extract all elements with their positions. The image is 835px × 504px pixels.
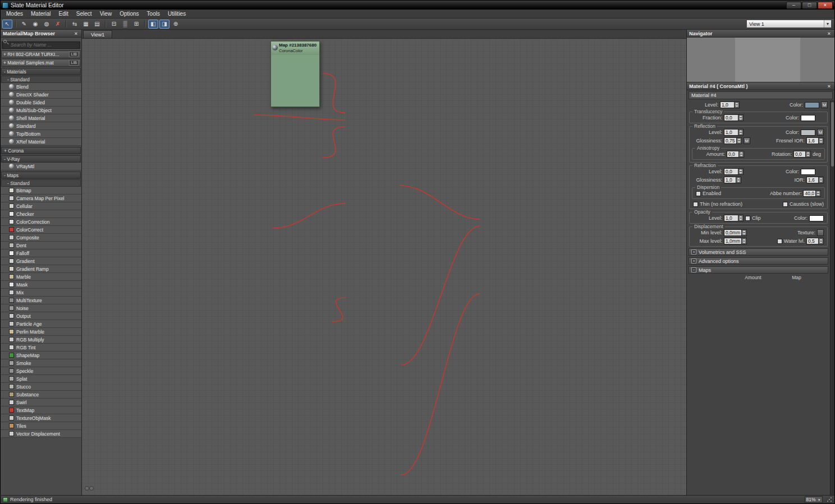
browser-item-dent[interactable]: Dent xyxy=(1,242,81,249)
parameter-scrollbar[interactable] xyxy=(830,100,834,495)
browser-item-colorcorrection[interactable]: ColorCorrection xyxy=(1,218,81,226)
thin-refraction-checkbox[interactable] xyxy=(693,202,698,207)
refraction-ior-spinner[interactable]: 1,6 xyxy=(806,177,824,183)
opacity-level-spinner[interactable]: 1,0 xyxy=(724,215,744,221)
assign-material-to-selection[interactable]: ◍ xyxy=(42,20,52,29)
browser-item-swirl[interactable]: Swirl xyxy=(1,399,81,406)
browser-group--corona[interactable]: + Corona xyxy=(1,147,81,154)
menu-utilities[interactable]: Utilities xyxy=(164,10,190,18)
reflection-level-spinner[interactable]: 1,0 xyxy=(724,129,744,136)
node-header[interactable]: Map #2138387680CoronaColor xyxy=(271,41,319,55)
browser-group--materials[interactable]: - Materials xyxy=(1,68,81,75)
reflection-glossiness-spinner[interactable]: 0,75 xyxy=(724,137,742,144)
canvas-pan-icon[interactable] xyxy=(85,486,95,492)
diffuse-color-swatch[interactable] xyxy=(805,102,819,108)
browser-item-speckle[interactable]: Speckle xyxy=(1,367,81,375)
browser-item-smoke[interactable]: Smoke xyxy=(1,359,81,367)
displacement-max-spinner[interactable]: 1,0mm xyxy=(724,238,747,244)
displacement-texture-button[interactable] xyxy=(817,229,824,236)
material-map-browser-toggle[interactable]: ◧ xyxy=(148,20,158,29)
browser-item-multi-sub-object[interactable]: Multi/Sub-Object xyxy=(1,107,81,114)
browser-item-checker[interactable]: Checker xyxy=(1,210,81,218)
view-selector-dropdown[interactable]: View 1 ▼ xyxy=(746,20,832,28)
browser-item-camera-map-per-pixel[interactable]: Camera Map Per Pixel xyxy=(1,195,81,202)
rollout-volumetrics-sss[interactable]: +Volumetrics and SSS xyxy=(689,248,828,256)
browser-item-multitexture[interactable]: MultiTexture xyxy=(1,297,81,304)
browser-item-directx-shader[interactable]: DirectX Shader xyxy=(1,91,81,99)
browser-item-top-bottom[interactable]: Top/Bottom xyxy=(1,130,81,138)
rollout-maps[interactable]: −Maps xyxy=(689,266,828,274)
menu-view[interactable]: View xyxy=(96,10,116,18)
browser-group--standard[interactable]: - Standard xyxy=(1,179,81,187)
menu-modes[interactable]: Modes xyxy=(2,10,27,18)
move-children-button[interactable]: ⇆ xyxy=(70,20,80,29)
rollout-advanced-options[interactable]: +Advanced options xyxy=(689,257,828,265)
diffuse-map-button[interactable]: M xyxy=(821,101,828,108)
browser-item-substance[interactable]: Substance xyxy=(1,391,81,399)
water-level-spinner[interactable]: 0,5 xyxy=(806,238,824,244)
browser-item-standard[interactable]: Standard xyxy=(1,122,81,130)
select-tool[interactable]: ↖ xyxy=(2,20,12,29)
menu-select[interactable]: Select xyxy=(72,10,96,18)
layout-all-button[interactable]: ▦ xyxy=(81,20,91,29)
opacity-color-swatch[interactable] xyxy=(809,215,824,221)
show-grid-toggle[interactable]: ⊞ xyxy=(131,20,141,29)
caustics-checkbox[interactable] xyxy=(783,202,788,207)
browser-close-icon[interactable]: × xyxy=(73,31,79,36)
browser-item-perlin-marble[interactable]: Perlin Marble xyxy=(1,328,81,336)
refraction-glossiness-spinner[interactable]: 1,0 xyxy=(724,177,741,183)
browser-item-gradient[interactable]: Gradient xyxy=(1,257,81,265)
zoom-tool[interactable]: ⊕ xyxy=(171,20,181,29)
translucency-color-swatch[interactable] xyxy=(801,115,815,121)
browser-group--v-ray[interactable]: - V-Ray xyxy=(1,155,81,163)
refraction-color-swatch[interactable] xyxy=(801,169,815,175)
translucency-fraction-spinner[interactable]: 0,0 xyxy=(724,114,744,121)
browser-group--maps[interactable]: - Maps xyxy=(1,172,81,179)
reflection-color-swatch[interactable] xyxy=(801,130,815,136)
put-material-to-scene[interactable]: ◉ xyxy=(30,20,40,29)
navigator-close-icon[interactable]: × xyxy=(826,31,832,36)
browser-item-gradient-ramp[interactable]: Gradient Ramp xyxy=(1,265,81,273)
browser-item-textureobjmask[interactable]: TextureObjMask xyxy=(1,414,81,422)
browser-item-output[interactable]: Output xyxy=(1,312,81,320)
tab-view1[interactable]: View1 xyxy=(83,30,112,38)
browser-item-vraymtl[interactable]: VRayMtl xyxy=(1,163,81,170)
show-background-toggle[interactable]: ▒ xyxy=(120,20,130,29)
browser-item-shapemap[interactable]: ShapeMap xyxy=(1,352,81,359)
menu-edit[interactable]: Edit xyxy=(55,10,72,18)
menu-options[interactable]: Options xyxy=(116,10,143,18)
browser-item-particle-age[interactable]: Particle Age xyxy=(1,320,81,328)
parameter-editor-toggle[interactable]: ◨ xyxy=(159,20,169,29)
dispersion-enabled-checkbox[interactable] xyxy=(696,191,701,196)
browser-item-composite[interactable]: Composite xyxy=(1,234,81,242)
pick-material-eyedropper[interactable]: ✎ xyxy=(19,20,29,29)
browser-item-bitmap[interactable]: Bitmap xyxy=(1,187,81,195)
browser-item-mix[interactable]: Mix xyxy=(1,289,81,297)
browser-item-vector-displacement[interactable]: Vector Displacement xyxy=(1,430,81,438)
refraction-level-spinner[interactable]: 0,0 xyxy=(724,168,744,175)
level-spinner[interactable]: 1,0 xyxy=(720,101,740,108)
browser-item-rgb-multiply[interactable]: RGB Multiply xyxy=(1,336,81,344)
close-button[interactable]: × xyxy=(818,2,833,9)
browser-item-stucco[interactable]: Stucco xyxy=(1,383,81,391)
browser-item-tiles[interactable]: Tiles xyxy=(1,422,81,430)
node-cc1[interactable]: Map #2138387680CoronaColor xyxy=(270,41,320,107)
parameter-scrollbar-thumb[interactable] xyxy=(831,102,834,167)
library-row[interactable]: + RH 802-GRAM TURKI...LIB xyxy=(1,50,81,58)
search-input[interactable] xyxy=(2,41,80,49)
browser-item-colorcorrect[interactable]: ColorCorrect xyxy=(1,226,81,234)
maximize-button[interactable]: □ xyxy=(802,2,817,9)
navigator-minimap[interactable] xyxy=(687,38,834,82)
hide-unused-nodeslots-button[interactable]: ⊟ xyxy=(109,20,119,29)
menu-material[interactable]: Material xyxy=(27,10,55,18)
browser-item-mask[interactable]: Mask xyxy=(1,281,81,289)
browser-item-shell-material[interactable]: Shell Material xyxy=(1,114,81,122)
layout-children-button[interactable]: ▤ xyxy=(92,20,102,29)
browser-item-splat[interactable]: Splat xyxy=(1,375,81,383)
browser-item-rgb-tint[interactable]: RGB Tint xyxy=(1,344,81,352)
node-canvas[interactable]: Map #2138387680CoronaColor xyxy=(82,39,686,495)
browser-item-noise[interactable]: Noise xyxy=(1,304,81,312)
fresnel-ior-spinner[interactable]: 1,6 xyxy=(806,137,824,144)
water-level-checkbox[interactable] xyxy=(777,239,782,244)
browser-item-xref-material[interactable]: XRef Material xyxy=(1,138,81,146)
